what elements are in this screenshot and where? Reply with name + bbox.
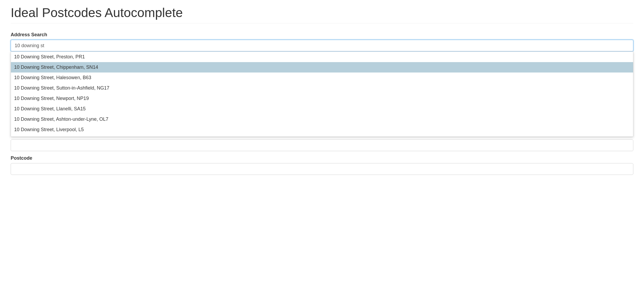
postcode-group: Postcode	[11, 155, 633, 175]
suggestion-item[interactable]: 10 Downing Street, Nottingham, NG6	[11, 135, 633, 137]
title-divider	[11, 23, 633, 23]
suggestion-item[interactable]: 10 Downing Street, Liverpool, L5	[11, 124, 633, 135]
address-search-group: Address Search 10 Downing Street, Presto…	[11, 32, 633, 51]
suggestion-item[interactable]: 10 Downing Street, Newport, NP19	[11, 93, 633, 104]
suggestion-item[interactable]: 10 Downing Street, Llanelli, SA15	[11, 104, 633, 114]
suggestion-item[interactable]: 10 Downing Street, Sutton-in-Ashfield, N…	[11, 83, 633, 93]
covered-input[interactable]	[11, 139, 633, 151]
suggestion-item[interactable]: 10 Downing Street, Chippenham, SN14	[11, 62, 633, 73]
suggestion-item[interactable]: 10 Downing Street, Preston, PR1	[11, 52, 633, 62]
postcode-input[interactable]	[11, 163, 633, 175]
postcode-label: Postcode	[11, 155, 633, 161]
address-search-input[interactable]	[11, 40, 633, 51]
suggestions-dropdown: 10 Downing Street, Preston, PR110 Downin…	[11, 51, 633, 137]
covered-field-group	[11, 139, 633, 151]
suggestion-item[interactable]: 10 Downing Street, Halesowen, B63	[11, 73, 633, 83]
page-title: Ideal Postcodes Autocomplete	[11, 5, 633, 20]
suggestion-item[interactable]: 10 Downing Street, Ashton-under-Lyne, OL…	[11, 114, 633, 124]
address-search-label: Address Search	[11, 32, 633, 38]
